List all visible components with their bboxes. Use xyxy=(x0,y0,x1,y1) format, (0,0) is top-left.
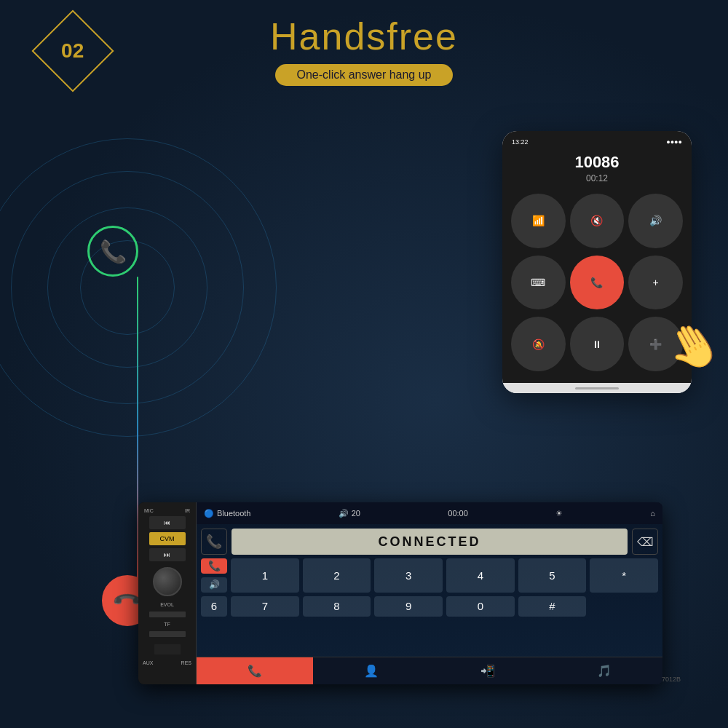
tf-label: TF xyxy=(164,622,170,627)
phone-btn-mute[interactable]: 🔇 xyxy=(570,194,625,248)
radio-label-row: MIC IR xyxy=(141,508,193,513)
bluetooth-label: Bluetooth xyxy=(217,509,250,518)
key-9[interactable]: 9 xyxy=(374,596,443,617)
radio-bottom-bar: 📞 👤 📲 🎵 xyxy=(197,657,662,684)
diamond-badge: 02 xyxy=(31,9,114,92)
home-button[interactable]: ⌂ xyxy=(650,509,655,518)
key-3[interactable]: 3 xyxy=(374,558,443,593)
radio-slot-1 xyxy=(149,612,186,617)
tf-row: TF xyxy=(164,622,170,627)
evol-row: EVOL xyxy=(160,602,174,607)
bottom-call-icon: 📞 xyxy=(248,664,262,678)
aux-slot xyxy=(154,644,181,654)
bottom-recent-button[interactable]: 📲 xyxy=(430,657,546,684)
radio-screen: 🔵 Bluetooth 🔊 20 00:00 ☀ ⌂ 📞 xyxy=(197,502,662,684)
volume-status: 🔊 20 xyxy=(339,509,360,518)
next-button[interactable]: ⏭ xyxy=(149,548,186,561)
bottom-recent-icon: 📲 xyxy=(480,664,495,678)
key-4[interactable]: 4 xyxy=(446,558,515,593)
call-icon-box[interactable]: 📞 xyxy=(201,529,227,555)
phone-btn-end[interactable]: 📞 xyxy=(570,256,625,310)
key-5[interactable]: 5 xyxy=(518,558,587,593)
phone-btn-keypad[interactable]: ⌨ xyxy=(511,256,566,310)
bottom-music-button[interactable]: 🎵 xyxy=(546,657,662,684)
bottom-labels: AUX RES xyxy=(141,660,193,665)
phone-btn-speaker[interactable]: 🔊 xyxy=(628,194,683,248)
volume-value: 20 xyxy=(352,509,360,518)
phone-bottom-bar xyxy=(502,383,692,393)
car-radio-unit: MIC IR ⏮ CVM ⏭ EVOL TF AUX RES 🔵 Bluetoo… xyxy=(138,502,662,684)
key-star[interactable]: * xyxy=(590,558,658,593)
prev-button[interactable]: ⏮ xyxy=(149,516,186,529)
phone-time: 13:22 xyxy=(512,138,529,146)
volume-icon: 🔊 xyxy=(339,509,349,518)
smartphone-mockup: 13:22 ●●●● 10086 00:12 📶 🔇 🔊 ⌨ 📞 + 🔕 ⏸ ➕ xyxy=(502,131,692,393)
subtitle-pill: One-click answer hang up xyxy=(275,64,454,86)
phone-status-row: 📞 CONNECTED ⌫ xyxy=(201,529,658,555)
key-hash[interactable]: # xyxy=(518,596,587,617)
key-1[interactable]: 1 xyxy=(231,558,299,593)
volume-knob[interactable] xyxy=(153,567,182,596)
bluetooth-icon: 🔵 xyxy=(204,509,214,518)
radio-left-panel: MIC IR ⏮ CVM ⏭ EVOL TF AUX RES xyxy=(138,502,197,684)
backspace-button[interactable]: ⌫ xyxy=(632,529,658,555)
phone-btn-hold[interactable]: ⏸ xyxy=(570,317,625,371)
mic-label: MIC xyxy=(144,508,154,513)
phone-btn-add[interactable]: + xyxy=(628,256,683,310)
cvm-button[interactable]: CVM xyxy=(149,532,186,545)
page-title: Handsfree xyxy=(270,15,458,58)
key-2[interactable]: 2 xyxy=(303,558,371,593)
volume-key[interactable]: 🔊 xyxy=(201,577,227,593)
radio-top-bar: 🔵 Bluetooth 🔊 20 00:00 ☀ ⌂ xyxy=(197,502,662,524)
phone-home-indicator xyxy=(575,387,619,389)
key-6[interactable]: 6 xyxy=(201,596,227,617)
phone-btn-mute2[interactable]: 🔕 xyxy=(511,317,566,371)
phone-call-number: 10086 xyxy=(508,153,686,172)
key-8[interactable]: 8 xyxy=(303,596,371,617)
phone-answer-symbol: 📞 xyxy=(100,239,127,264)
hangup-key[interactable]: 📞 xyxy=(201,558,227,574)
home-icon: ⌂ xyxy=(650,509,655,518)
phone-status-bar: 13:22 ●●●● xyxy=(508,137,686,147)
subtitle-text: One-click answer hang up xyxy=(297,68,432,81)
left-action-column: 📞 🔊 xyxy=(201,558,227,593)
key-0[interactable]: 0 xyxy=(446,596,515,617)
phone-signal: ●●●● xyxy=(666,138,682,146)
header-section: 02 Handsfree One-click answer hang up xyxy=(0,15,728,86)
key-7[interactable]: 7 xyxy=(231,596,299,617)
bottom-music-icon: 🎵 xyxy=(597,664,612,678)
connected-bar: CONNECTED xyxy=(232,529,628,555)
phone-call-duration: 00:12 xyxy=(508,173,686,183)
backspace-icon: ⌫ xyxy=(637,535,654,549)
radio-slot-2 xyxy=(149,631,186,637)
ir-label: IR xyxy=(185,508,190,513)
keypad-section: 📞 🔊 1 2 3 4 5 * 6 7 8 9 0 # xyxy=(201,558,658,617)
call-icon: 📞 xyxy=(206,534,222,550)
answer-phone-icon[interactable]: 📞 xyxy=(87,226,138,277)
phone-btn-wifi[interactable]: 📶 xyxy=(511,194,566,248)
bottom-call-button[interactable]: 📞 xyxy=(197,657,313,684)
evol-label: EVOL xyxy=(160,602,174,607)
connected-text: CONNECTED xyxy=(378,534,480,550)
badge-number: 02 xyxy=(61,39,84,63)
brightness-icon: ☀ xyxy=(555,509,563,518)
phone-buttons-grid: 📶 🔇 🔊 ⌨ 📞 + 🔕 ⏸ ➕ xyxy=(508,191,686,377)
bottom-contacts-button[interactable]: 👤 xyxy=(313,657,430,684)
bottom-contacts-icon: 👤 xyxy=(364,664,379,678)
radio-model-number: 7012B xyxy=(662,676,681,683)
time-status: 00:00 xyxy=(448,509,468,518)
brightness-control[interactable]: ☀ xyxy=(555,509,563,518)
bluetooth-status: 🔵 Bluetooth xyxy=(204,509,250,518)
time-value: 00:00 xyxy=(448,509,468,518)
radio-content: 📞 CONNECTED ⌫ 📞 🔊 1 2 3 xyxy=(197,524,662,657)
